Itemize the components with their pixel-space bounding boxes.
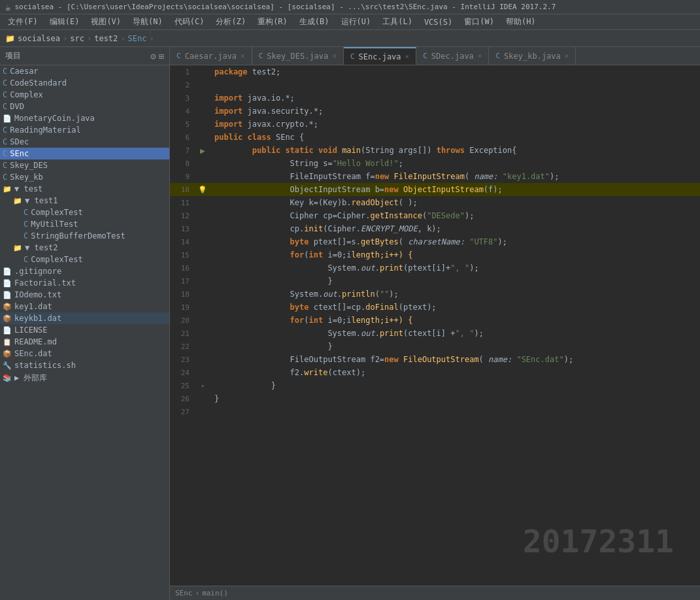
sidebar-item-codestandard[interactable]: CCodeStandard — [0, 77, 169, 89]
breadcrumb-senc[interactable]: SEnc — [128, 34, 147, 43]
code-row-15: 15 for(int i=0;ilength;i++) { — [170, 248, 700, 261]
line-number-25: 25 — [170, 379, 196, 392]
sidebar-item-iodemotxt[interactable]: 📄IOdemo.txt — [0, 289, 169, 301]
sidebar-item-stringbufferdemotest[interactable]: CStringBufferDemoTest — [0, 230, 169, 242]
tab-skey_kbjava[interactable]: CSkey_kb.java× — [489, 47, 576, 65]
menu-item-v[interactable]: 视图(V) — [86, 15, 126, 29]
tab-caesarjava[interactable]: CCaesar.java× — [170, 47, 252, 65]
tab-skey_desjava[interactable]: CSkey_DES.java× — [252, 47, 344, 65]
bottom-breadcrumb-main[interactable]: main() — [202, 589, 228, 597]
line-number-18: 18 — [170, 288, 196, 301]
sidebar-item-readingmaterial[interactable]: CReadingMaterial — [0, 124, 169, 136]
code-row-18: 18 System.out.println(""); — [170, 288, 700, 301]
sidebar-item-myutiltest[interactable]: CMyUtilTest — [0, 218, 169, 230]
gutter-24 — [196, 366, 209, 379]
menu-item-b[interactable]: 生成(B) — [294, 15, 335, 29]
sidebar-item-test[interactable]: 📁▼ test — [0, 183, 169, 195]
sidebar-item-[interactable]: 📚▶ 外部库 — [0, 371, 169, 385]
tab-icon: C — [350, 52, 355, 61]
app-icon: ☕ — [5, 2, 10, 12]
sidebar-item-dvd[interactable]: CDVD — [0, 101, 169, 112]
tab-close-icon[interactable]: × — [565, 52, 569, 60]
sidebar-layout-icon[interactable]: ⊞ — [159, 51, 164, 61]
code-line-7: public static void main(String args[]) t… — [209, 144, 700, 157]
menu-item-w[interactable]: 窗口(W) — [459, 15, 499, 29]
line-number-2: 2 — [170, 78, 196, 92]
sidebar-item-senc[interactable]: CSEnc — [0, 148, 169, 159]
code-line-16: System.out.print(ptext[i]+", "); — [209, 261, 700, 275]
bulb-icon[interactable]: 💡 — [198, 186, 207, 194]
fold-icon[interactable]: ▾ — [201, 382, 205, 390]
code-row-2: 2 — [170, 78, 700, 92]
line-number-24: 24 — [170, 366, 196, 379]
line-number-22: 22 — [170, 340, 196, 353]
watermark: 20172311 — [523, 523, 674, 559]
code-line-6: public class SEnc { — [209, 131, 700, 144]
tab-close-icon[interactable]: × — [478, 52, 482, 60]
gutter-15 — [196, 248, 209, 261]
tab-close-icon[interactable]: × — [405, 52, 410, 61]
menu-item-u[interactable]: 运行(U) — [336, 15, 376, 29]
code-line-27 — [209, 405, 700, 418]
gutter-20 — [196, 314, 209, 327]
line-number-23: 23 — [170, 353, 196, 366]
sidebar-item-factorialtxt[interactable]: 📄Factorial.txt — [0, 277, 169, 289]
menu-item-vcss[interactable]: VCS(S) — [419, 16, 458, 28]
line-number-20: 20 — [170, 314, 196, 327]
tab-close-icon[interactable]: × — [241, 52, 245, 60]
sidebar-item-test1[interactable]: 📁▼ test1 — [0, 195, 169, 207]
menu-item-c[interactable]: 代码(C) — [169, 15, 210, 29]
tab-close-icon[interactable]: × — [332, 52, 337, 60]
code-editor[interactable]: 1package test2;23import java.io.*;4impor… — [170, 65, 700, 586]
code-line-10: ObjectInputStream b=new ObjectInputStrea… — [209, 183, 700, 196]
menu-item-n[interactable]: 导航(N) — [127, 15, 168, 29]
menu-item-l[interactable]: 工具(L) — [377, 15, 418, 29]
sidebar-settings-icon[interactable]: ⚙ — [150, 51, 156, 61]
gutter-26 — [196, 392, 209, 405]
line-number-11: 11 — [170, 196, 196, 209]
menu-item-h[interactable]: 帮助(H) — [501, 15, 541, 29]
gutter-14 — [196, 235, 209, 248]
sidebar-item-key1dat[interactable]: 📦key1.dat — [0, 301, 169, 312]
line-number-8: 8 — [170, 157, 196, 170]
sidebar-item-sencdat[interactable]: 📦SEnc.dat — [0, 348, 169, 359]
code-line-22: } — [209, 340, 700, 353]
sidebar-item-complextest[interactable]: CComplexTest — [0, 254, 169, 265]
breadcrumb-socialsea[interactable]: socialsea — [18, 34, 60, 43]
code-line-4: import java.security.*; — [209, 105, 700, 118]
gutter-22 — [196, 340, 209, 353]
menu-item-e[interactable]: 编辑(E) — [44, 15, 85, 29]
code-row-5: 5import javax.crypto.*; — [170, 118, 700, 131]
line-number-19: 19 — [170, 301, 196, 314]
menu-item-r[interactable]: 重构(R) — [252, 15, 293, 29]
sidebar-item-skeykb[interactable]: CSkey_kb — [0, 171, 169, 183]
sidebar-item-keykb1dat[interactable]: 📦keykb1.dat — [0, 312, 169, 324]
code-line-14: byte ptext[]=s.getBytes( charsetName: "U… — [209, 235, 700, 248]
sidebar-item-sdec[interactable]: CSDec — [0, 136, 169, 148]
sidebar-item-skeydes[interactable]: CSkey_DES — [0, 159, 169, 171]
sidebar-item-license[interactable]: 📄LICENSE — [0, 324, 169, 336]
menu-item-z[interactable]: 分析(Z) — [210, 15, 251, 29]
line-number-9: 9 — [170, 170, 196, 183]
breadcrumb-test2[interactable]: test2 — [94, 34, 118, 43]
gutter-23 — [196, 353, 209, 366]
sidebar-item-gitignore[interactable]: 📄.gitignore — [0, 265, 169, 277]
sidebar-item-monetarycoinjava[interactable]: 📄MonetaryCoin.java — [0, 112, 169, 124]
menu-item-f[interactable]: 文件(F) — [3, 15, 43, 29]
sidebar-item-test2[interactable]: 📁▼ test2 — [0, 242, 169, 254]
sidebar-item-complextest[interactable]: CComplexTest — [0, 207, 169, 218]
breadcrumb-src[interactable]: src — [70, 34, 84, 43]
bottom-breadcrumb-senc[interactable]: SEnc — [175, 589, 193, 597]
tab-sdecjava[interactable]: CSDec.java× — [416, 47, 489, 65]
gutter-25: ▾ — [196, 379, 209, 392]
bottom-breadcrumb: SEnc › main() — [170, 586, 700, 600]
tab-sencjava[interactable]: CSEnc.java× — [344, 47, 416, 65]
sidebar-item-statisticssh[interactable]: 🔧statistics.sh — [0, 359, 169, 371]
code-line-24: f2.write(ctext); — [209, 366, 700, 379]
sidebar-item-complex[interactable]: CComplex — [0, 89, 169, 101]
code-table: 1package test2;23import java.io.*;4impor… — [170, 65, 700, 418]
sidebar-item-caesar[interactable]: CCaesar — [0, 65, 169, 77]
sidebar-item-readmemd[interactable]: 📋README.md — [0, 336, 169, 348]
gutter-7: ▶ — [196, 144, 209, 157]
code-line-20: for(int i=0;ilength;i++) { — [209, 314, 700, 327]
